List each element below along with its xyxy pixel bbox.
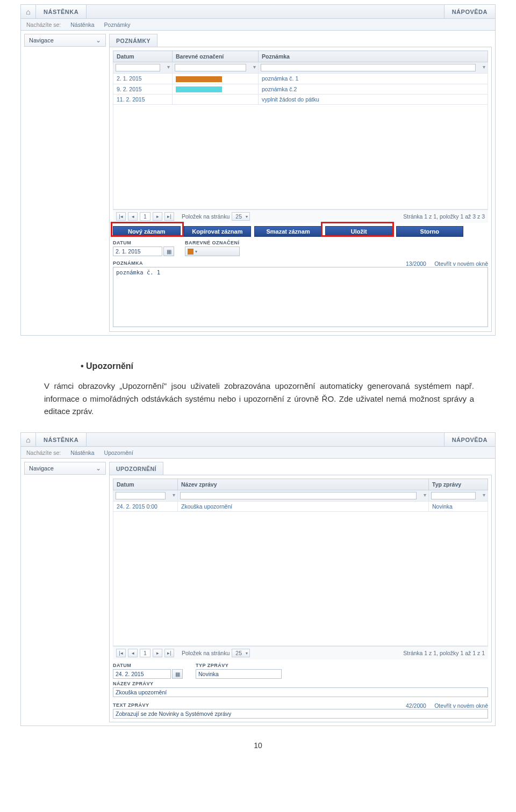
pager-prev-icon[interactable]: ◂ <box>128 212 138 221</box>
col-header-typ[interactable]: Typ zprávy <box>429 479 488 490</box>
field-label-poznamka: POZNÁMKA <box>113 260 143 266</box>
field-label-barevne: BAREVNÉ OZNAČENÍ <box>185 240 240 245</box>
filter-input-datum[interactable] <box>116 492 166 499</box>
app-frame-poznamky: ⌂ NÁSTĚNKA NÁPOVĚDA Nacházíte se: Nástěn… <box>20 4 496 336</box>
calendar-icon[interactable]: ▦ <box>172 669 183 679</box>
field-label-text: TEXT ZPRÁVY <box>113 702 149 708</box>
funnel-icon[interactable]: ▾ <box>253 64 256 70</box>
save-button[interactable]: Uložit <box>325 226 393 237</box>
nazev-input[interactable] <box>113 687 488 697</box>
open-new-window-link[interactable]: Otevřít v novém okně <box>434 702 488 709</box>
col-header-nazev[interactable]: Název zprávy <box>178 479 429 490</box>
table-row[interactable]: 11. 2. 2015 vyplnit žádost do pátku <box>113 95 488 105</box>
funnel-icon[interactable]: ▾ <box>173 492 175 498</box>
color-swatch-orange <box>176 76 222 82</box>
filter-row: ▾ ▾ ▾ <box>113 490 488 502</box>
datum-input[interactable] <box>113 247 162 256</box>
pager-last-icon[interactable]: ▸| <box>164 212 174 221</box>
pager-next-icon[interactable]: ▸ <box>153 649 162 657</box>
page-number: 10 <box>20 741 496 750</box>
chevron-down-icon: ⌄ <box>96 465 101 472</box>
cell-color <box>173 95 259 105</box>
field-label-datum: DATUM <box>113 240 177 245</box>
typ-input[interactable] <box>196 669 282 679</box>
tab-nastenka[interactable]: NÁSTĚNKA <box>36 433 87 446</box>
cell-datum: 24. 2. 2015 0:00 <box>113 502 178 512</box>
col-header-barevne[interactable]: Barevné označení <box>173 51 259 62</box>
filter-row: ▾ ▾ ▾ <box>113 62 488 74</box>
pager-prev-icon[interactable]: ◂ <box>128 649 138 657</box>
home-icon[interactable]: ⌂ <box>21 433 36 446</box>
copy-record-button[interactable]: Kopírovat záznam <box>184 226 252 237</box>
home-icon[interactable]: ⌂ <box>21 5 36 18</box>
open-new-window-link[interactable]: Otevřít v novém okně <box>434 260 488 267</box>
panel-body: Datum Název zprávy Typ zprávy ▾ ▾ ▾ 24. … <box>109 475 492 722</box>
filter-input-typ[interactable] <box>431 492 476 499</box>
pager-pp-select[interactable]: 25 <box>232 212 250 221</box>
funnel-icon[interactable]: ▾ <box>167 64 170 70</box>
text-input[interactable] <box>113 709 488 719</box>
navigation-toggle[interactable]: Navigace ⌄ <box>24 462 106 475</box>
pager-summary: Stránka 1 z 1, položky 1 až 1 z 1 <box>403 650 485 656</box>
top-bar: ⌂ NÁSTĚNKA NÁPOVĚDA <box>21 433 495 447</box>
filter-input-poznamka[interactable] <box>261 64 476 71</box>
navigation-label: Navigace <box>29 37 54 44</box>
breadcrumb: Nacházíte se: Nástěnka Upozornění <box>21 447 495 459</box>
col-header-poznamka[interactable]: Poznámka <box>259 51 488 62</box>
funnel-icon[interactable]: ▾ <box>483 492 485 498</box>
col-header-datum[interactable]: Datum <box>113 479 178 490</box>
pager-page[interactable]: 1 <box>140 212 150 221</box>
col-header-datum[interactable]: Datum <box>113 51 173 62</box>
breadcrumb: Nacházíte se: Nástěnka Poznámky <box>21 19 495 31</box>
cell-color <box>173 74 259 84</box>
funnel-icon[interactable]: ▾ <box>424 492 426 498</box>
datum-input[interactable] <box>113 669 171 679</box>
cell-datum: 9. 2. 2015 <box>113 84 173 95</box>
cell-nazev: Zkouška upozornění <box>178 502 429 512</box>
pager-first-icon[interactable]: |◂ <box>116 649 126 657</box>
pager-pp-select[interactable]: 25 <box>232 649 250 657</box>
cell-datum: 2. 1. 2015 <box>113 74 173 84</box>
color-swatch-cyan <box>176 86 222 92</box>
tab-nastenka[interactable]: NÁSTĚNKA <box>36 5 87 18</box>
pager-pp-label: Položek na stránku <box>182 650 230 656</box>
breadcrumb-label: Nacházíte se: <box>26 21 61 28</box>
app-frame-upozorneni: ⌂ NÁSTĚNKA NÁPOVĚDA Nacházíte se: Nástěn… <box>20 432 496 726</box>
navigation-toggle[interactable]: Navigace ⌄ <box>24 34 106 47</box>
new-record-button[interactable]: Nový záznam <box>113 226 181 237</box>
table-row[interactable]: 24. 2. 2015 0:00 Zkouška upozornění Novi… <box>113 502 488 512</box>
breadcrumb-label: Nacházíte se: <box>26 450 61 456</box>
breadcrumb-item[interactable]: Nástěnka <box>70 450 94 456</box>
pager-pp-label: Položek na stránku <box>182 213 230 220</box>
filter-input-datum[interactable] <box>116 64 160 71</box>
pager-next-icon[interactable]: ▸ <box>153 212 162 221</box>
pager-page[interactable]: 1 <box>140 649 150 657</box>
calendar-icon[interactable]: ▦ <box>163 247 174 256</box>
pager-last-icon[interactable]: ▸| <box>164 649 174 657</box>
filter-input-barevne[interactable] <box>175 64 246 71</box>
breadcrumb-item[interactable]: Nástěnka <box>70 21 94 28</box>
breadcrumb-item[interactable]: Upozornění <box>104 450 133 456</box>
navigation-label: Navigace <box>29 465 54 472</box>
doc-heading: Upozornění <box>81 361 458 371</box>
cell-datum: 11. 2. 2015 <box>113 95 173 105</box>
note-textarea[interactable] <box>113 267 488 327</box>
blank-area <box>113 105 488 209</box>
pager-first-icon[interactable]: |◂ <box>116 212 126 221</box>
cell-text: poznámka č. 1 <box>259 74 488 84</box>
table-row[interactable]: 9. 2. 2015 poznámka č.2 <box>113 84 488 95</box>
breadcrumb-item[interactable]: Poznámky <box>104 21 131 28</box>
color-select[interactable]: ▾ <box>185 247 240 256</box>
filter-input-nazev[interactable] <box>180 492 417 499</box>
cancel-button[interactable]: Storno <box>396 226 464 237</box>
table-row[interactable]: 2. 1. 2015 poznámka č. 1 <box>113 74 488 84</box>
cell-typ: Novinka <box>429 502 488 512</box>
doc-text: Upozornění V rámci obrazovky „Upozornění… <box>20 338 496 432</box>
field-label-nazev: NÁZEV ZPRÁVY <box>113 681 488 686</box>
tab-napoveda[interactable]: NÁPOVĚDA <box>444 433 495 446</box>
funnel-icon[interactable]: ▾ <box>483 64 485 70</box>
delete-record-button[interactable]: Smazat záznam <box>254 226 322 237</box>
field-label-datum: DATUM <box>113 663 188 668</box>
tab-napoveda[interactable]: NÁPOVĚDA <box>444 5 495 18</box>
char-counter: 13/2000 <box>406 260 426 267</box>
